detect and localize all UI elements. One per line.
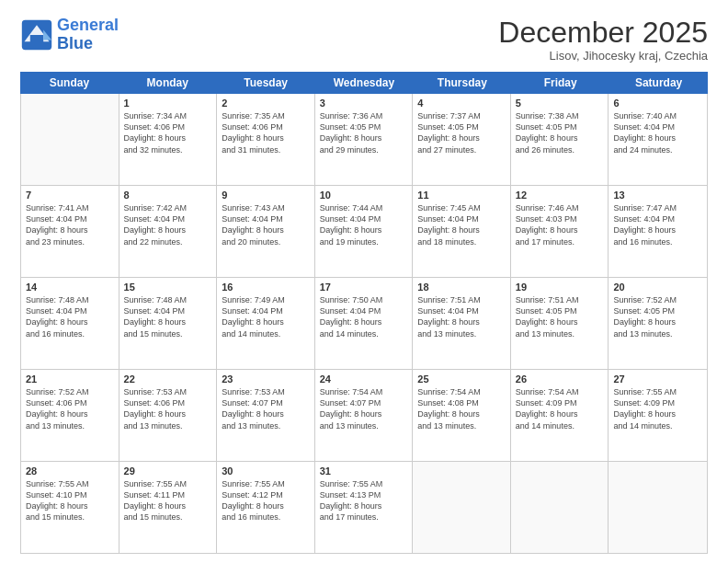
calendar-header: SundayMondayTuesdayWednesdayThursdayFrid… [20, 72, 708, 94]
cell-info: Sunrise: 7:55 AM Sunset: 4:12 PM Dayligh… [222, 478, 310, 523]
table-row: 25Sunrise: 7:54 AM Sunset: 4:08 PM Dayli… [413, 370, 511, 461]
calendar-body: 1Sunrise: 7:34 AM Sunset: 4:06 PM Daylig… [21, 94, 707, 553]
cell-info: Sunrise: 7:49 AM Sunset: 4:04 PM Dayligh… [222, 294, 310, 339]
table-row: 28Sunrise: 7:55 AM Sunset: 4:10 PM Dayli… [21, 462, 119, 553]
svg-rect-2 [30, 35, 43, 43]
table-row: 29Sunrise: 7:55 AM Sunset: 4:11 PM Dayli… [119, 462, 218, 553]
logo-text: General Blue [57, 17, 119, 53]
page: General Blue December 2025 Lisov, Jihoce… [0, 0, 728, 563]
day-number: 19 [516, 282, 604, 293]
day-number: 24 [320, 373, 408, 385]
cell-info: Sunrise: 7:54 AM Sunset: 4:09 PM Dayligh… [516, 386, 604, 431]
logo-line2: Blue [57, 34, 93, 52]
table-row: 3Sunrise: 7:36 AM Sunset: 4:05 PM Daylig… [315, 94, 414, 185]
day-number: 29 [124, 465, 212, 477]
cell-info: Sunrise: 7:53 AM Sunset: 4:07 PM Dayligh… [222, 386, 310, 431]
day-number: 23 [222, 373, 310, 385]
table-row: 26Sunrise: 7:54 AM Sunset: 4:09 PM Dayli… [511, 370, 609, 461]
calendar-week-2: 7Sunrise: 7:41 AM Sunset: 4:04 PM Daylig… [21, 186, 707, 278]
cell-info: Sunrise: 7:38 AM Sunset: 4:05 PM Dayligh… [516, 110, 604, 155]
logo: General Blue [20, 17, 119, 53]
table-row: 27Sunrise: 7:55 AM Sunset: 4:09 PM Dayli… [609, 370, 707, 461]
cell-info: Sunrise: 7:55 AM Sunset: 4:09 PM Dayligh… [613, 386, 702, 431]
day-header-friday: Friday [511, 72, 609, 94]
cell-info: Sunrise: 7:52 AM Sunset: 4:05 PM Dayligh… [613, 294, 702, 339]
day-number: 16 [222, 282, 310, 293]
cell-info: Sunrise: 7:55 AM Sunset: 4:13 PM Dayligh… [320, 478, 408, 523]
day-number: 28 [26, 465, 114, 477]
day-number: 26 [516, 373, 604, 385]
table-row: 17Sunrise: 7:50 AM Sunset: 4:04 PM Dayli… [315, 278, 414, 369]
day-number: 30 [222, 465, 310, 477]
table-row [511, 462, 609, 553]
table-row [413, 462, 511, 553]
table-row: 14Sunrise: 7:48 AM Sunset: 4:04 PM Dayli… [21, 278, 119, 369]
day-header-sunday: Sunday [20, 72, 119, 94]
cell-info: Sunrise: 7:37 AM Sunset: 4:05 PM Dayligh… [417, 110, 506, 155]
table-row: 8Sunrise: 7:42 AM Sunset: 4:04 PM Daylig… [119, 186, 218, 277]
table-row: 21Sunrise: 7:52 AM Sunset: 4:06 PM Dayli… [21, 370, 119, 461]
cell-info: Sunrise: 7:40 AM Sunset: 4:04 PM Dayligh… [613, 110, 702, 155]
cell-info: Sunrise: 7:51 AM Sunset: 4:04 PM Dayligh… [417, 294, 506, 339]
cell-info: Sunrise: 7:43 AM Sunset: 4:04 PM Dayligh… [222, 202, 310, 247]
table-row: 6Sunrise: 7:40 AM Sunset: 4:04 PM Daylig… [609, 94, 707, 185]
calendar: SundayMondayTuesdayWednesdayThursdayFrid… [20, 72, 708, 554]
day-number: 2 [222, 98, 310, 109]
day-number: 7 [26, 190, 114, 201]
cell-info: Sunrise: 7:51 AM Sunset: 4:05 PM Dayligh… [516, 294, 604, 339]
table-row: 12Sunrise: 7:46 AM Sunset: 4:03 PM Dayli… [511, 186, 609, 277]
table-row: 18Sunrise: 7:51 AM Sunset: 4:04 PM Dayli… [413, 278, 511, 369]
cell-info: Sunrise: 7:55 AM Sunset: 4:11 PM Dayligh… [124, 478, 212, 523]
cell-info: Sunrise: 7:54 AM Sunset: 4:08 PM Dayligh… [417, 386, 506, 431]
day-number: 15 [124, 282, 212, 293]
header: General Blue December 2025 Lisov, Jihoce… [20, 17, 708, 63]
title-block: December 2025 Lisov, Jihocesky kraj, Cze… [498, 17, 708, 63]
cell-info: Sunrise: 7:45 AM Sunset: 4:04 PM Dayligh… [417, 202, 506, 247]
table-row [609, 462, 707, 553]
table-row: 30Sunrise: 7:55 AM Sunset: 4:12 PM Dayli… [217, 462, 315, 553]
day-number: 10 [320, 190, 408, 201]
cell-info: Sunrise: 7:41 AM Sunset: 4:04 PM Dayligh… [26, 202, 114, 247]
calendar-week-4: 21Sunrise: 7:52 AM Sunset: 4:06 PM Dayli… [21, 370, 707, 462]
day-number: 18 [417, 282, 506, 293]
day-number: 17 [320, 282, 408, 293]
table-row: 9Sunrise: 7:43 AM Sunset: 4:04 PM Daylig… [217, 186, 315, 277]
calendar-week-5: 28Sunrise: 7:55 AM Sunset: 4:10 PM Dayli… [21, 462, 707, 553]
day-number: 14 [26, 282, 114, 293]
cell-info: Sunrise: 7:52 AM Sunset: 4:06 PM Dayligh… [26, 386, 114, 431]
day-number: 21 [26, 373, 114, 385]
table-row: 20Sunrise: 7:52 AM Sunset: 4:05 PM Dayli… [609, 278, 707, 369]
table-row: 1Sunrise: 7:34 AM Sunset: 4:06 PM Daylig… [119, 94, 218, 185]
table-row: 4Sunrise: 7:37 AM Sunset: 4:05 PM Daylig… [413, 94, 511, 185]
cell-info: Sunrise: 7:44 AM Sunset: 4:04 PM Dayligh… [320, 202, 408, 247]
day-number: 12 [516, 190, 604, 201]
day-number: 6 [613, 98, 702, 109]
day-number: 1 [124, 98, 212, 109]
cell-info: Sunrise: 7:35 AM Sunset: 4:06 PM Dayligh… [222, 110, 310, 155]
calendar-week-1: 1Sunrise: 7:34 AM Sunset: 4:06 PM Daylig… [21, 94, 707, 186]
table-row: 22Sunrise: 7:53 AM Sunset: 4:06 PM Dayli… [119, 370, 218, 461]
cell-info: Sunrise: 7:55 AM Sunset: 4:10 PM Dayligh… [26, 478, 114, 523]
cell-info: Sunrise: 7:48 AM Sunset: 4:04 PM Dayligh… [26, 294, 114, 339]
day-number: 22 [124, 373, 212, 385]
cell-info: Sunrise: 7:34 AM Sunset: 4:06 PM Dayligh… [124, 110, 212, 155]
day-number: 3 [320, 98, 408, 109]
day-number: 8 [124, 190, 212, 201]
day-number: 13 [613, 190, 702, 201]
cell-info: Sunrise: 7:46 AM Sunset: 4:03 PM Dayligh… [516, 202, 604, 247]
day-number: 5 [516, 98, 604, 109]
table-row: 7Sunrise: 7:41 AM Sunset: 4:04 PM Daylig… [21, 186, 119, 277]
table-row: 19Sunrise: 7:51 AM Sunset: 4:05 PM Dayli… [511, 278, 609, 369]
cell-info: Sunrise: 7:53 AM Sunset: 4:06 PM Dayligh… [124, 386, 212, 431]
table-row: 10Sunrise: 7:44 AM Sunset: 4:04 PM Dayli… [315, 186, 414, 277]
day-number: 25 [417, 373, 506, 385]
day-header-monday: Monday [119, 72, 217, 94]
cell-info: Sunrise: 7:50 AM Sunset: 4:04 PM Dayligh… [320, 294, 408, 339]
day-header-tuesday: Tuesday [217, 72, 315, 94]
cell-info: Sunrise: 7:42 AM Sunset: 4:04 PM Dayligh… [124, 202, 212, 247]
calendar-week-3: 14Sunrise: 7:48 AM Sunset: 4:04 PM Dayli… [21, 278, 707, 370]
table-row: 13Sunrise: 7:47 AM Sunset: 4:04 PM Dayli… [609, 186, 707, 277]
cell-info: Sunrise: 7:48 AM Sunset: 4:04 PM Dayligh… [124, 294, 212, 339]
table-row: 31Sunrise: 7:55 AM Sunset: 4:13 PM Dayli… [315, 462, 414, 553]
page-title: December 2025 [498, 17, 708, 49]
